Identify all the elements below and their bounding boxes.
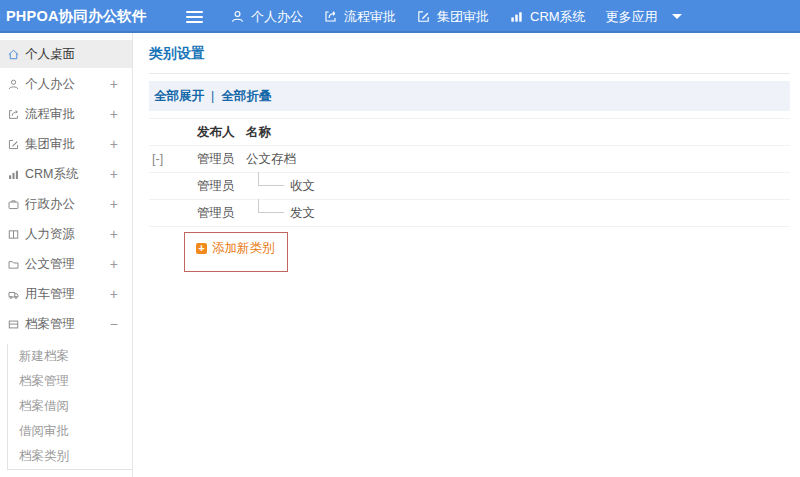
tree-toolbar: 全部展开 | 全部折叠 [149, 81, 790, 111]
name-cell: 公文存档 [246, 151, 790, 168]
sidebar-item-admin-office[interactable]: 行政办公 + [0, 190, 132, 218]
book-icon [7, 228, 20, 241]
sidebar-item-archive-mgmt[interactable]: 档案管理 − [0, 310, 132, 338]
top-nav: 个人办公 流程审批 集团审批 CRM系统 更多应用 [230, 8, 702, 26]
sidebar-item-label: 行政办公 [25, 196, 75, 213]
archive-submenu: 新建档案 档案管理 档案借阅 借阅审批 档案类别 [7, 344, 132, 470]
toolbar-separator: | [211, 89, 214, 103]
row-collapse-toggle[interactable]: [-] [149, 152, 197, 166]
sidebar-subitem-archive-borrow[interactable]: 档案借阅 [8, 394, 132, 419]
expand-all-link[interactable]: 全部展开 [154, 88, 204, 105]
column-header-name: 名称 [246, 124, 790, 141]
sidebar: 个人桌面 个人办公 + 流程审批 + 集团审批 + CRM系统 + 行政办公 + [0, 33, 133, 477]
sidebar-item-vehicle-mgmt[interactable]: 用车管理 + [0, 280, 132, 308]
flow-icon [7, 108, 20, 121]
folder-icon [7, 258, 20, 271]
sidebar-item-crm[interactable]: CRM系统 + [0, 160, 132, 188]
category-table: 发布人 名称 [-] 管理员 公文存档 管理员 收文 管理员 发文 [149, 118, 790, 227]
sidebar-subitem-archive-category[interactable]: 档案类别 [8, 444, 132, 469]
table-row: 管理员 收文 [149, 173, 790, 200]
highlight-annotation-box: + 添加新类别 [184, 232, 288, 272]
nav-item-label: 流程审批 [344, 8, 396, 26]
table-row: 管理员 发文 [149, 200, 790, 227]
sidebar-subitem-borrow-approval[interactable]: 借阅审批 [8, 419, 132, 444]
expand-toggle[interactable]: + [110, 257, 118, 271]
collapse-toggle[interactable]: − [110, 317, 118, 331]
nav-item-workflow-approval[interactable]: 流程审批 [323, 8, 396, 26]
sidebar-subitem-new-archive[interactable]: 新建档案 [8, 344, 132, 369]
archive-icon [7, 318, 20, 331]
nav-item-label: CRM系统 [530, 8, 586, 26]
name-cell: 收文 [246, 178, 790, 195]
nav-item-label: 个人办公 [251, 8, 303, 26]
publisher-cell: 管理员 [197, 205, 246, 222]
sidebar-item-label: 集团审批 [25, 136, 75, 153]
sidebar-item-document-mgmt[interactable]: 公文管理 + [0, 250, 132, 278]
name-cell: 发文 [246, 205, 790, 222]
sidebar-item-label: 流程审批 [25, 106, 75, 123]
nav-item-crm[interactable]: CRM系统 [509, 8, 586, 26]
sidebar-item-personal-desktop[interactable]: 个人桌面 [0, 40, 132, 68]
nav-item-label: 集团审批 [437, 8, 489, 26]
caret-down-icon [672, 14, 682, 19]
sidebar-item-personal-office[interactable]: 个人办公 + [0, 70, 132, 98]
page-title: 类别设置 [149, 45, 790, 74]
expand-toggle[interactable]: + [110, 287, 118, 301]
expand-toggle[interactable]: + [110, 227, 118, 241]
publisher-cell: 管理员 [197, 178, 246, 195]
tree-connector-line [258, 172, 284, 186]
sidebar-item-label: 档案管理 [25, 316, 75, 333]
sidebar-item-label: CRM系统 [25, 166, 78, 183]
edit-icon [416, 9, 431, 24]
column-header-publisher: 发布人 [197, 124, 246, 141]
top-header: PHPOA协同办公软件 个人办公 流程审批 集团审批 CRM系统 更多应用 [0, 0, 800, 33]
expand-toggle[interactable]: + [110, 107, 118, 121]
sidebar-item-label: 个人办公 [25, 76, 75, 93]
collapse-all-link[interactable]: 全部折叠 [221, 88, 271, 105]
truck-icon [7, 288, 20, 301]
sidebar-item-hr[interactable]: 人力资源 + [0, 220, 132, 248]
sidebar-subitem-archive-mgmt[interactable]: 档案管理 [8, 369, 132, 394]
nav-item-group-approval[interactable]: 集团审批 [416, 8, 489, 26]
sidebar-item-label: 用车管理 [25, 286, 75, 303]
expand-toggle[interactable]: + [110, 77, 118, 91]
plus-icon: + [196, 243, 207, 254]
expand-toggle[interactable]: + [110, 137, 118, 151]
sidebar-item-group-approval[interactable]: 集团审批 + [0, 130, 132, 158]
main-content: 类别设置 全部展开 | 全部折叠 发布人 名称 [-] 管理员 公文存档 管理员… [133, 33, 800, 477]
sidebar-item-label: 人力资源 [25, 226, 75, 243]
table-row: [-] 管理员 公文存档 [149, 146, 790, 173]
expand-toggle[interactable]: + [110, 197, 118, 211]
user-icon [7, 78, 20, 91]
add-category-button[interactable]: + 添加新类别 [196, 240, 287, 257]
nav-item-personal-office[interactable]: 个人办公 [230, 8, 303, 26]
sidebar-item-label: 个人桌面 [25, 46, 75, 63]
app-logo: PHPOA协同办公软件 [0, 7, 135, 26]
menu-toggle-icon[interactable] [186, 8, 206, 26]
nav-item-more-apps[interactable]: 更多应用 [606, 8, 682, 26]
tree-connector-line [258, 199, 284, 213]
flow-icon [323, 9, 338, 24]
sidebar-item-workflow-approval[interactable]: 流程审批 + [0, 100, 132, 128]
add-category-label: 添加新类别 [212, 240, 275, 257]
sidebar-item-label: 公文管理 [25, 256, 75, 273]
edit-icon [7, 138, 20, 151]
nav-item-label: 更多应用 [606, 8, 658, 26]
table-header-row: 发布人 名称 [149, 119, 790, 146]
expand-toggle[interactable]: + [110, 167, 118, 181]
bar-chart-icon [7, 168, 20, 181]
briefcase-icon [7, 198, 20, 211]
user-icon [230, 9, 245, 24]
home-icon [7, 48, 20, 61]
bar-chart-icon [509, 9, 524, 24]
publisher-cell: 管理员 [197, 151, 246, 168]
